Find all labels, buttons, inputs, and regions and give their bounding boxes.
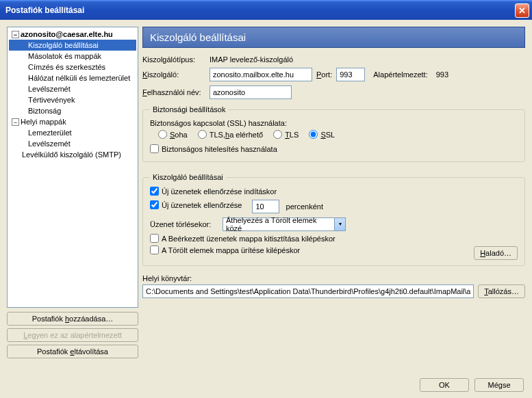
port-input[interactable] <box>336 68 365 81</box>
tree-item-diskspace[interactable]: Lemezterület <box>9 127 136 138</box>
local-dir-label: Helyi könyvtár: <box>142 274 525 282</box>
minutes-label: percenként <box>286 202 323 211</box>
username-input[interactable] <box>210 85 292 99</box>
sidebar: − azonosito@caesar.elte.hu Kiszolgáló be… <box>7 27 138 358</box>
empty-trash-checkbox[interactable]: A Törölt elemek mappa ürítése kilépéskor <box>150 246 300 254</box>
security-settings-group: Biztonsági beállítások Biztonságos kapcs… <box>142 105 525 162</box>
secure-auth-checkbox[interactable]: Biztonságos hitelesítés használata <box>150 144 277 153</box>
page-title: Kiszolgáló beállításai <box>142 27 525 48</box>
ok-button[interactable]: OK <box>420 378 469 392</box>
tree-smtp[interactable]: Levélküldő kiszolgáló (SMTP) <box>9 149 136 160</box>
radio-never[interactable]: Soha <box>158 130 188 139</box>
tree-item-server-settings[interactable]: Kiszolgáló beállításai <box>9 40 136 51</box>
chevron-down-icon: ▾ <box>334 218 345 230</box>
radio-tls-avail[interactable]: TLS, ha elérhető <box>198 130 263 139</box>
server-type-value: IMAP levelező-kiszolgáló <box>210 55 293 64</box>
tree-item-receipts[interactable]: Tértivevények <box>9 94 136 105</box>
port-label: Port: <box>316 70 332 79</box>
check-interval-checkbox[interactable]: Új üzenetek ellenőrzése <box>150 200 242 209</box>
server-input[interactable] <box>210 68 312 81</box>
server-label: Kiszolgáló: <box>142 70 205 79</box>
radio-ssl[interactable]: SSL <box>309 130 335 139</box>
tree-item-junk-local[interactable]: Levélszemét <box>9 138 136 149</box>
close-icon[interactable]: ✕ <box>515 3 529 18</box>
local-dir-input[interactable] <box>142 284 474 298</box>
window-title: Postafiók beállításai <box>5 5 515 15</box>
check-startup-checkbox[interactable]: Új üzenetek ellenőrzése indításkor <box>150 187 277 196</box>
main-panel: Kiszolgáló beállításai Kiszolgálótípus: … <box>142 27 525 358</box>
default-port-value: 993 <box>436 70 448 79</box>
add-account-button[interactable]: Postafiók hozzáadása… <box>7 312 138 326</box>
ssl-use-label: Biztonságos kapcsolat (SSL) használata: <box>150 119 518 127</box>
cancel-button[interactable]: Mégse <box>474 378 524 392</box>
tree-item-security[interactable]: Biztonság <box>9 105 136 116</box>
interval-input[interactable] <box>252 200 279 213</box>
cleanup-inbox-checkbox[interactable]: A Beérkezett üzenetek mappa kitisztítása… <box>150 234 335 243</box>
delete-action-value: Áthelyezés a Törölt elemek közé <box>226 216 331 233</box>
tree-account[interactable]: − azonosito@caesar.elte.hu <box>9 29 136 40</box>
tree-item-offline[interactable]: Hálózat nélküli és lemezterület <box>9 72 136 83</box>
remove-account-button[interactable]: Postafiók eltávolítása <box>7 345 138 358</box>
delete-action-label: Üzenet törlésekor: <box>150 220 218 228</box>
dialog-footer: OK Mégse <box>0 372 532 398</box>
tree-item-composition[interactable]: Címzés és szerkesztés <box>9 62 136 72</box>
advanced-button[interactable]: Haladó… <box>474 246 518 260</box>
collapse-icon[interactable]: − <box>12 31 19 38</box>
server-settings-group: Kiszolgáló beállításai Új üzenetek ellen… <box>142 173 525 266</box>
tree-local-folders[interactable]: − Helyi mappák <box>9 116 136 127</box>
server-type-label: Kiszolgálótípus: <box>142 55 205 64</box>
set-default-button: Legyen ez az alapértelmezett <box>7 328 138 342</box>
security-legend: Biztonsági beállítások <box>150 105 228 114</box>
tree-item-copies[interactable]: Másolatok és mappák <box>9 51 136 62</box>
tree-account-label: azonosito@caesar.elte.hu <box>21 30 113 38</box>
tree-item-junk[interactable]: Levélszemét <box>9 83 136 94</box>
window-titlebar: Postafiók beállításai ✕ <box>0 0 532 20</box>
collapse-icon[interactable]: − <box>12 118 19 126</box>
tree-local-folders-label: Helyi mappák <box>21 118 66 126</box>
delete-action-select[interactable]: Áthelyezés a Törölt elemek közé ▾ <box>223 217 346 231</box>
account-tree[interactable]: − azonosito@caesar.elte.hu Kiszolgáló be… <box>7 27 138 308</box>
browse-button[interactable]: Tallózás… <box>478 284 525 298</box>
default-port-label: Alapértelmezett: <box>373 70 427 79</box>
username-label: Felhasználói név: <box>142 88 205 96</box>
server-settings-legend: Kiszolgáló beállításai <box>150 173 226 181</box>
radio-tls[interactable]: TLS <box>273 130 299 139</box>
